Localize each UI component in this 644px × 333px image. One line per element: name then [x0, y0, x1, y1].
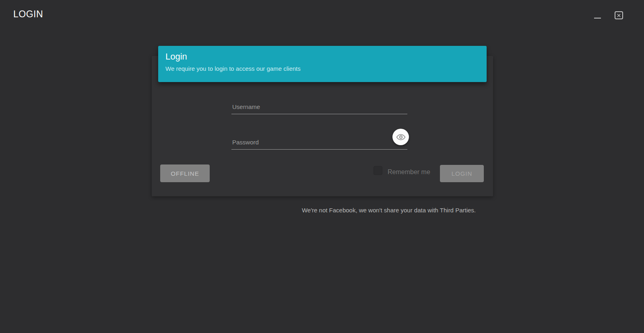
card-subtitle: We require you to login to access our ga…: [165, 65, 479, 72]
minimize-icon: [594, 18, 601, 18]
eye-icon: [396, 132, 406, 142]
remember-label[interactable]: Remember me: [388, 169, 430, 176]
app-window: LOGIN Login We require you to login to a…: [0, 0, 644, 333]
login-button[interactable]: LOGIN: [440, 165, 484, 182]
privacy-note: We're not Facebook, we won't share your …: [302, 207, 476, 214]
password-visibility-button[interactable]: [392, 129, 409, 145]
username-input[interactable]: [231, 100, 407, 114]
card-title: Login: [165, 51, 479, 62]
close-icon: [617, 14, 621, 17]
remember-checkbox[interactable]: [374, 166, 382, 175]
card-header: Login We require you to login to access …: [158, 46, 487, 82]
close-button[interactable]: [615, 11, 623, 19]
minimize-button[interactable]: [592, 10, 603, 19]
window-title: LOGIN: [13, 9, 43, 20]
offline-button[interactable]: OFFLINE: [160, 164, 210, 182]
password-input[interactable]: [231, 135, 407, 150]
